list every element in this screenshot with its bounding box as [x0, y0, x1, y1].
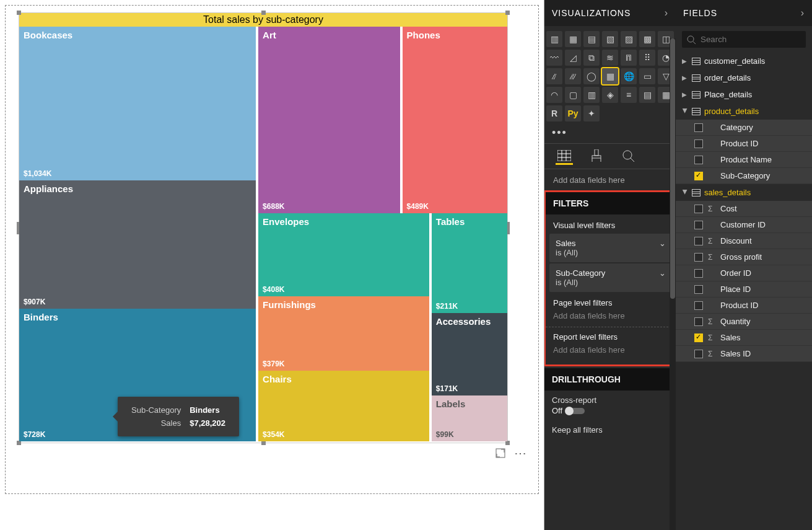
field-sales-id[interactable]: ΣSales ID — [676, 346, 812, 362]
field-checkbox[interactable] — [694, 172, 703, 180]
viz-type-clustered-line[interactable]: ⫻ — [565, 68, 581, 84]
field-checkbox[interactable] — [694, 301, 703, 310]
field-checkbox[interactable] — [694, 253, 703, 262]
tile-labels[interactable]: Labels $99K — [432, 395, 507, 441]
viz-type-key-influencers[interactable]: ✦ — [583, 105, 600, 121]
viz-type-100-bar[interactable]: ▨ — [621, 31, 637, 47]
field-checkbox[interactable] — [694, 333, 703, 342]
search-input[interactable] — [701, 35, 801, 44]
more-options-icon[interactable]: ⋯ — [514, 446, 525, 461]
viz-type-table[interactable]: ▤ — [639, 87, 655, 103]
field-place-id[interactable]: Place ID — [676, 281, 812, 298]
field-checkbox[interactable] — [694, 139, 703, 148]
viz-type-line-stacked[interactable]: ⧉ — [583, 50, 600, 66]
table-product_details[interactable]: ▶product_details — [676, 103, 812, 120]
viz-type-card[interactable]: ▢ — [565, 87, 581, 103]
viz-type-area[interactable]: ◿ — [565, 50, 581, 66]
field-product-name[interactable]: Product Name — [676, 152, 812, 168]
viz-type-stacked-column[interactable]: ▦ — [565, 31, 581, 47]
focus-mode-icon[interactable] — [495, 448, 507, 458]
field-discount[interactable]: ΣDiscount — [676, 233, 812, 249]
viz-type-stacked-bar[interactable]: ▥ — [546, 31, 562, 47]
chevron-down-icon[interactable]: ⌄ — [659, 239, 666, 248]
visualizations-header[interactable]: VISUALIZATIONS › — [544, 0, 676, 26]
field-product-id[interactable]: Product ID — [676, 298, 812, 314]
viz-type-multi-row[interactable]: ▥ — [583, 87, 600, 103]
format-tab-icon[interactable] — [588, 148, 605, 165]
viz-type-waterfall[interactable]: ⩎ — [621, 50, 637, 66]
viz-type-py-visual[interactable]: Py — [565, 105, 581, 121]
viz-type-scatter[interactable]: ⠿ — [639, 50, 655, 66]
analytics-tab-icon[interactable] — [620, 148, 637, 165]
resize-handle[interactable] — [17, 441, 21, 445]
field-checkbox[interactable] — [694, 285, 703, 294]
field-order-id[interactable]: Order ID — [676, 265, 812, 281]
report-canvas[interactable]: Total sales by sub-category Bookcases $1… — [0, 0, 544, 530]
resize-handle[interactable] — [261, 441, 266, 445]
page-level-drop[interactable]: Add data fields here — [546, 309, 674, 327]
fields-header[interactable]: FIELDS › — [676, 0, 812, 26]
fields-search[interactable] — [682, 31, 806, 48]
viz-type-map[interactable]: 🌐 — [621, 68, 637, 84]
viz-type-r-visual[interactable]: R — [546, 105, 562, 121]
tile-envelopes[interactable]: Envelopes $408K — [258, 213, 429, 296]
filter-card-subcategory[interactable]: ⌄ Sub-Category is (All) — [549, 263, 671, 292]
field-customer-id[interactable]: Customer ID — [676, 217, 812, 233]
resize-handle[interactable] — [17, 11, 21, 15]
field-gross-profit[interactable]: ΣGross profit — [676, 249, 812, 265]
table-customer_details[interactable]: ▶customer_details — [676, 53, 812, 69]
field-quantity[interactable]: ΣQuantity — [676, 314, 812, 330]
field-sub-category[interactable]: Sub-Category — [676, 168, 812, 184]
tile-accessories[interactable]: Accessories $171K — [432, 313, 507, 396]
chevron-down-icon[interactable]: ⌄ — [659, 268, 666, 278]
treemap-area[interactable]: Bookcases $1,034K Appliances $907K Binde… — [19, 27, 507, 441]
field-sales[interactable]: ΣSales — [676, 330, 812, 346]
field-cost[interactable]: ΣCost — [676, 201, 812, 217]
viz-type-ribbon[interactable]: ≋ — [602, 50, 618, 66]
field-checkbox[interactable] — [694, 123, 703, 132]
viz-type-slicer[interactable]: ≡ — [621, 87, 637, 103]
tile-chairs[interactable]: Chairs $354K — [258, 371, 429, 441]
field-checkbox[interactable] — [694, 350, 703, 358]
viz-type-line[interactable]: 〰 — [546, 50, 562, 66]
field-checkbox[interactable] — [694, 269, 703, 278]
resize-handle[interactable] — [505, 441, 510, 445]
resize-handle[interactable] — [507, 222, 510, 234]
field-well-hint[interactable]: Add data fields here — [544, 169, 676, 191]
more-visuals-icon[interactable]: ••• — [544, 126, 676, 143]
tile-tables[interactable]: Tables $211K — [432, 213, 507, 313]
cross-report-toggle[interactable]: Off — [544, 406, 592, 420]
filter-card-sales[interactable]: ⌄ Sales is (All) — [549, 234, 671, 262]
resize-handle[interactable] — [505, 11, 510, 15]
viz-panel-scrollbar[interactable] — [670, 38, 676, 530]
field-checkbox[interactable] — [694, 237, 703, 245]
field-checkbox[interactable] — [694, 221, 703, 229]
viz-type-clustered-column[interactable]: ▧ — [602, 31, 618, 47]
treemap-visual[interactable]: Total sales by sub-category Bookcases $1… — [19, 12, 508, 443]
tile-phones[interactable]: Phones $489K — [403, 27, 507, 213]
table-Place_details[interactable]: ▶Place_details — [676, 86, 812, 103]
tile-furnishings[interactable]: Furnishings $379K — [258, 296, 429, 371]
chevron-right-icon[interactable]: › — [801, 7, 805, 19]
tile-appliances[interactable]: Appliances $907K — [19, 180, 256, 309]
field-checkbox[interactable] — [694, 205, 703, 213]
field-checkbox[interactable] — [694, 156, 703, 164]
viz-type-column-line[interactable]: ⫽ — [546, 68, 562, 84]
report-level-drop[interactable]: Add data fields here — [546, 343, 674, 361]
resize-handle[interactable] — [261, 11, 266, 15]
tile-bookcases[interactable]: Bookcases $1,034K — [19, 27, 256, 180]
table-order_details[interactable]: ▶order_details — [676, 69, 812, 86]
table-sales_details[interactable]: ▶sales_details — [676, 184, 812, 201]
field-checkbox[interactable] — [694, 317, 703, 326]
viz-type-treemap[interactable]: ▦ — [602, 68, 618, 84]
viz-type-kpi[interactable]: ◈ — [602, 87, 618, 103]
viz-type-filled-map[interactable]: ▭ — [639, 68, 655, 84]
fields-tab-icon[interactable] — [556, 148, 573, 165]
tile-art[interactable]: Art $688K — [258, 27, 400, 213]
viz-type-clustered-bar[interactable]: ▤ — [583, 31, 600, 47]
chevron-right-icon[interactable]: › — [665, 7, 668, 19]
viz-type-gauge[interactable]: ◠ — [546, 87, 562, 103]
field-product-id[interactable]: Product ID — [676, 136, 812, 152]
viz-type-donut[interactable]: ◯ — [583, 68, 600, 84]
field-category[interactable]: Category — [676, 120, 812, 136]
